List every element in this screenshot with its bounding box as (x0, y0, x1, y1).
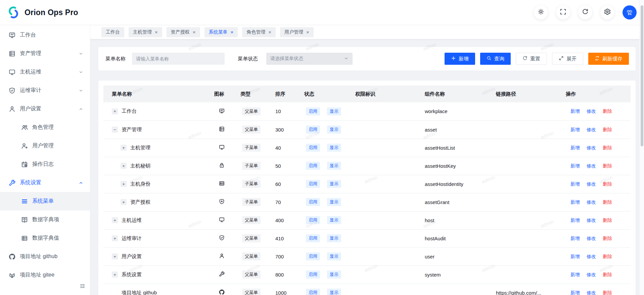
settings-button[interactable] (600, 5, 614, 19)
expand-row-button[interactable]: + (121, 163, 127, 169)
row-delete-link[interactable]: 删除 (603, 254, 612, 259)
status-badge: 启用 (306, 252, 320, 260)
cell-status: 启用显示 (304, 175, 355, 193)
sidebar-item-asset-mgmt[interactable]: 资产管理 (0, 44, 90, 63)
row-edit-link[interactable]: 修改 (587, 199, 596, 205)
row-delete-link[interactable]: 删除 (603, 127, 612, 132)
tab-user-mgmt[interactable]: 用户管理× (280, 27, 314, 37)
sidebar-item-system-menu[interactable]: 系统菜单 (0, 192, 90, 210)
cell-permission (355, 157, 425, 175)
row-delete-link[interactable]: 删除 (603, 163, 612, 168)
sidebar-item-label: 操作日志 (32, 161, 54, 168)
theme-button[interactable] (534, 5, 548, 19)
row-edit-link[interactable]: 修改 (587, 145, 596, 150)
row-edit-link[interactable]: 修改 (587, 217, 596, 223)
sidebar-item-role-mgmt[interactable]: 角色管理 (0, 118, 90, 137)
host-icon (9, 69, 15, 76)
sidebar-item-op-log[interactable]: 操作日志 (0, 155, 90, 174)
table-body: +工作台父菜单10启用显示workplace新增修改删除−资产管理父菜单300启… (103, 102, 631, 295)
expand-row-button[interactable]: + (112, 217, 118, 223)
status-badge: 启用 (306, 144, 320, 152)
row-delete-link[interactable]: 删除 (603, 236, 612, 241)
cell-menu-name: +系统设置 (103, 265, 214, 284)
expand-button[interactable]: 展开 (552, 53, 583, 65)
refresh-cache-button[interactable]: 刷新缓存 (588, 53, 629, 65)
close-icon[interactable]: × (306, 30, 309, 35)
row-edit-link[interactable]: 修改 (587, 163, 596, 168)
sidebar-item-host-ops[interactable]: 主机运维 (0, 63, 90, 81)
close-icon[interactable]: × (193, 30, 196, 35)
row-add-link[interactable]: 新增 (570, 181, 580, 187)
row-add-link[interactable]: 新增 (570, 217, 580, 223)
sidebar-item-data-dict-value[interactable]: 数据字典值 (0, 229, 90, 247)
row-delete-link[interactable]: 删除 (603, 217, 612, 223)
menu-status-label: 菜单状态 (238, 56, 258, 62)
row-edit-link[interactable]: 修改 (587, 290, 596, 295)
row-delete-link[interactable]: 删除 (603, 290, 612, 295)
scrollbar-thumb[interactable] (641, 5, 643, 146)
row-delete-link[interactable]: 删除 (603, 145, 612, 150)
close-icon[interactable]: × (268, 30, 271, 35)
chevron-up-icon (79, 181, 83, 185)
add-button[interactable]: 新增 (445, 53, 475, 65)
cell-actions: 新增修改删除 (566, 175, 631, 193)
tab-role-mgmt[interactable]: 角色管理× (242, 27, 276, 37)
tab-asset-grant[interactable]: 资产授权× (167, 27, 200, 37)
refresh-button[interactable] (578, 5, 592, 19)
sidebar-item-workbench[interactable]: 工作台 (0, 26, 90, 44)
cell-component: assetHostIdentity (425, 175, 496, 193)
row-delete-link[interactable]: 删除 (603, 181, 612, 187)
query-button[interactable]: 查询 (480, 53, 511, 65)
row-edit-link[interactable]: 修改 (587, 272, 596, 277)
expand-row-button[interactable]: + (112, 108, 118, 114)
sidebar-collapse-button[interactable] (80, 283, 85, 290)
cell-link-path (496, 120, 566, 139)
expand-row-button[interactable]: + (112, 235, 118, 241)
expand-row-button[interactable]: + (121, 145, 127, 151)
row-delete-link[interactable]: 删除 (603, 108, 612, 114)
row-add-link[interactable]: 新增 (570, 163, 580, 168)
sidebar-item-system-settings[interactable]: 系统设置 (0, 174, 90, 192)
collapse-row-button[interactable]: − (112, 127, 118, 133)
reset-button[interactable]: 重置 (516, 53, 547, 65)
row-add-link[interactable]: 新增 (570, 199, 580, 205)
sidebar-item-label: 项目地址 github (20, 253, 57, 260)
sidebar-item-data-dict-item[interactable]: 数据字典项 (0, 210, 90, 229)
row-edit-link[interactable]: 修改 (587, 108, 596, 114)
menu-name: 系统设置 (122, 272, 142, 278)
expand-row-button[interactable]: + (121, 181, 127, 187)
row-edit-link[interactable]: 修改 (587, 181, 596, 187)
row-add-link[interactable]: 新增 (570, 145, 580, 150)
cell-icon (214, 229, 240, 247)
sidebar-item-ops-audit[interactable]: 运维审计 (0, 81, 90, 100)
row-delete-link[interactable]: 删除 (603, 272, 612, 277)
expand-row-button[interactable]: + (112, 253, 118, 259)
expand-row-button[interactable]: + (112, 272, 118, 278)
tab-system-menu[interactable]: 系统菜单× (204, 27, 238, 37)
avatar[interactable]: 管 (623, 5, 637, 19)
row-edit-link[interactable]: 修改 (587, 236, 596, 241)
expand-row-button[interactable]: + (121, 199, 127, 205)
fullscreen-button[interactable] (556, 5, 570, 19)
sidebar-item-gitee-link[interactable]: 项目地址 gitee (0, 266, 90, 284)
row-edit-link[interactable]: 修改 (587, 127, 596, 132)
row-delete-link[interactable]: 删除 (603, 199, 612, 205)
sidebar-item-user-settings[interactable]: 用户设置 (0, 100, 90, 118)
row-add-link[interactable]: 新增 (570, 236, 580, 241)
close-icon[interactable]: × (231, 30, 234, 35)
tab-workbench[interactable]: 工作台 (101, 27, 124, 37)
sidebar-item-user-mgmt[interactable]: 用户管理 (0, 137, 90, 155)
display-badge: 显示 (327, 271, 341, 279)
row-add-link[interactable]: 新增 (570, 290, 580, 295)
row-add-link[interactable]: 新增 (570, 254, 580, 259)
row-add-link[interactable]: 新增 (570, 127, 580, 132)
sidebar-item-github-link[interactable]: 项目地址 github (0, 247, 90, 266)
menu-name-input[interactable] (132, 53, 225, 65)
cell-icon (214, 265, 240, 284)
row-add-link[interactable]: 新增 (570, 108, 580, 114)
row-add-link[interactable]: 新增 (570, 272, 580, 277)
tab-host-mgmt[interactable]: 主机管理× (129, 27, 162, 37)
close-icon[interactable]: × (155, 30, 158, 35)
menu-status-select[interactable]: 请选择菜单状态 (266, 53, 353, 65)
row-edit-link[interactable]: 修改 (587, 254, 596, 259)
